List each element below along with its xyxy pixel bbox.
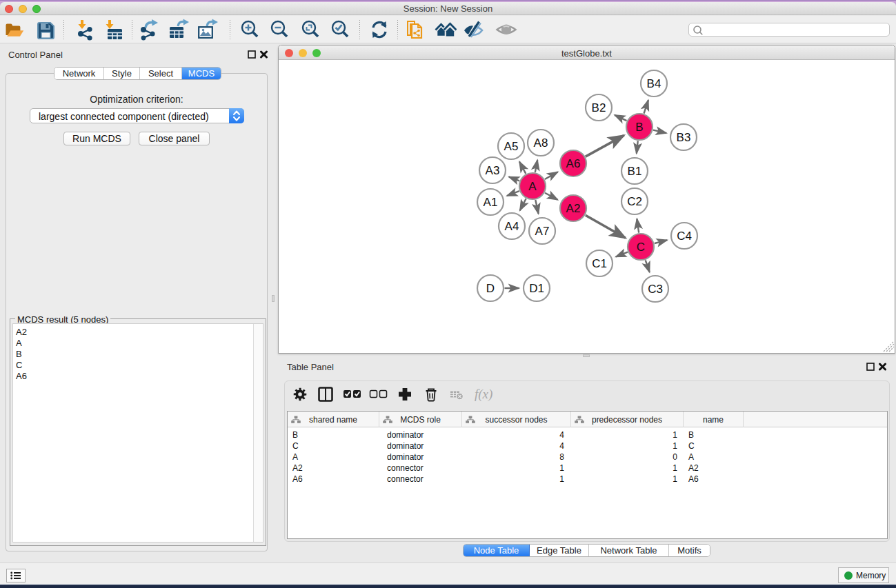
svg-text:A4: A4	[505, 220, 519, 233]
svg-text:A5: A5	[504, 140, 519, 153]
svg-text:A6: A6	[566, 157, 581, 170]
svg-text:B3: B3	[677, 131, 691, 144]
svg-text:f(x): f(x)	[475, 387, 492, 402]
svg-text:C4: C4	[677, 230, 692, 243]
svg-text:A8: A8	[534, 136, 548, 150]
svg-text:C3: C3	[648, 283, 663, 296]
svg-text:A: A	[528, 180, 537, 193]
svg-text:D: D	[486, 282, 495, 295]
svg-text:B4: B4	[647, 77, 661, 90]
svg-text:A7: A7	[535, 225, 550, 238]
svg-text:D1: D1	[529, 282, 544, 295]
svg-text:A2: A2	[566, 202, 581, 215]
svg-text:C2: C2	[627, 195, 642, 208]
svg-text:C1: C1	[592, 257, 607, 270]
svg-text:B2: B2	[592, 101, 606, 114]
svg-text:B1: B1	[628, 165, 642, 178]
svg-text:C: C	[637, 241, 645, 254]
svg-text:B: B	[635, 121, 643, 134]
svg-text:A1: A1	[484, 196, 498, 209]
svg-text:A3: A3	[486, 164, 500, 177]
